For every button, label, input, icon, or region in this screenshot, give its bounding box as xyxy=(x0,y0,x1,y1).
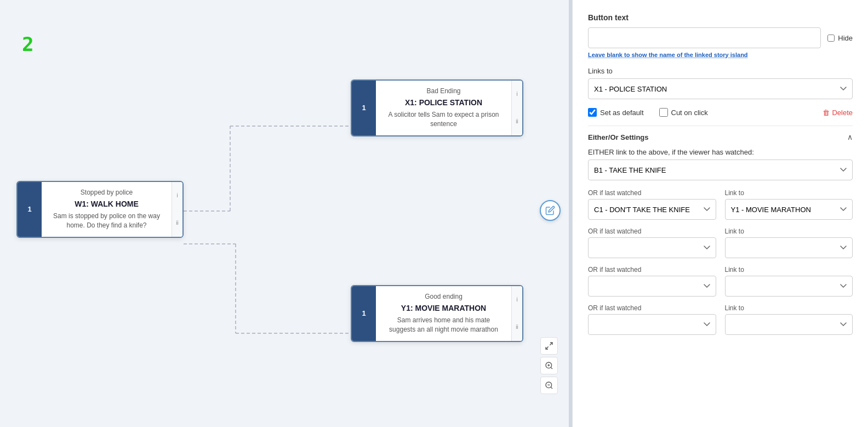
cut-on-click-label: Cut on click xyxy=(671,109,708,117)
target-bottom-title: Y1: MOVIE MARATHON xyxy=(385,304,502,312)
or-row-2-if-select[interactable]: B1 - TAKE THE KNIFEC1 - DON'T TAKE THE K… xyxy=(588,276,716,297)
zoom-controls xyxy=(540,337,558,394)
zoom-out-button[interactable] xyxy=(540,377,558,394)
target-node-bottom[interactable]: 1 Good ending Y1: MOVIE MARATHON Sam arr… xyxy=(351,285,523,342)
source-connector-bottom[interactable]: ii xyxy=(176,220,178,226)
target-top-title: X1: POLICE STATION xyxy=(385,98,502,107)
target-top-connector-bottom[interactable]: ii xyxy=(516,118,518,124)
or-row-3-if-label: OR if last watched xyxy=(588,304,716,312)
or-row-0-link-label: Link to xyxy=(725,189,853,197)
or-row-0-col1: OR if last watchedB1 - TAKE THE KNIFEC1 … xyxy=(588,189,716,220)
section-divider xyxy=(588,126,853,126)
or-row-0-if-select[interactable]: B1 - TAKE THE KNIFEC1 - DON'T TAKE THE K… xyxy=(588,199,716,220)
or-row-2-link-select[interactable]: X1 - POLICE STATIONY1 - MOVIE MARATHONB1… xyxy=(725,276,853,297)
svg-line-8 xyxy=(550,343,552,345)
source-node-label: Stopped by police xyxy=(50,189,163,196)
target-top-desc: A solicitor tells Sam to expect a prison… xyxy=(385,110,502,129)
button-text-label: Button text xyxy=(588,13,853,22)
hide-checkbox-label: Hide xyxy=(827,34,853,42)
or-row-0: OR if last watchedB1 - TAKE THE KNIFEC1 … xyxy=(588,189,853,220)
target-bottom-connectors: i ii xyxy=(511,286,522,341)
target-bottom-desc: Sam arrives home and his mate suggests a… xyxy=(385,316,502,334)
set-as-default-checkbox[interactable] xyxy=(588,108,597,117)
or-row-3-link-select[interactable]: X1 - POLICE STATIONY1 - MOVIE MARATHONB1… xyxy=(725,314,853,335)
either-or-condition-label: EITHER link to the above, if the viewer … xyxy=(588,148,853,156)
or-row-3-col2: Link toX1 - POLICE STATIONY1 - MOVIE MAR… xyxy=(725,304,853,335)
either-or-title: Either/Or Settings xyxy=(588,133,649,141)
target-node-top[interactable]: 1 Bad Ending X1: POLICE STATION A solici… xyxy=(351,79,523,136)
links-to-label: Links to xyxy=(588,67,853,75)
svg-line-9 xyxy=(546,346,549,349)
hint-text: Leave blank to show the name of the link… xyxy=(588,52,853,58)
zoom-fit-button[interactable] xyxy=(540,337,558,355)
panel-divider xyxy=(569,0,572,427)
button-text-input[interactable] xyxy=(588,27,821,48)
or-row-1-link-select[interactable]: X1 - POLICE STATIONY1 - MOVIE MARATHONB1… xyxy=(725,237,853,258)
or-row-3-link-label: Link to xyxy=(725,304,853,312)
source-connector-top[interactable]: i xyxy=(176,192,178,198)
edit-icon-floating[interactable] xyxy=(540,200,561,221)
target-top-label: Bad Ending xyxy=(385,87,502,95)
or-row-3-if-select[interactable]: B1 - TAKE THE KNIFEC1 - DON'T TAKE THE K… xyxy=(588,314,716,335)
target-top-badge: 1 xyxy=(352,81,376,135)
source-node-title: W1: WALK HOME xyxy=(50,200,163,208)
target-bottom-connector-top[interactable]: i xyxy=(516,297,517,303)
svg-line-11 xyxy=(551,367,552,369)
source-node-desc: Sam is stopped by police on the way home… xyxy=(50,212,163,230)
or-row-1-col2: Link toX1 - POLICE STATIONY1 - MOVIE MAR… xyxy=(725,227,853,258)
or-row-3-col1: OR if last watchedB1 - TAKE THE KNIFEC1 … xyxy=(588,304,716,335)
canvas-area: 2 1 Stopped by police W1: WALK HOME Sam … xyxy=(0,0,569,427)
zoom-in-button[interactable] xyxy=(540,357,558,374)
or-row-0-if-label: OR if last watched xyxy=(588,189,716,197)
or-row-2-if-label: OR if last watched xyxy=(588,266,716,274)
either-or-select[interactable]: B1 - TAKE THE KNIFEC1 - DON'T TAKE THE K… xyxy=(588,160,853,180)
set-as-default-label: Set as default xyxy=(600,109,644,117)
or-row-0-col2: Link toX1 - POLICE STATIONY1 - MOVIE MAR… xyxy=(725,189,853,220)
or-row-1-if-select[interactable]: B1 - TAKE THE KNIFEC1 - DON'T TAKE THE K… xyxy=(588,237,716,258)
cut-on-click-item: Cut on click xyxy=(659,108,708,117)
hide-checkbox[interactable] xyxy=(827,35,835,42)
button-text-row: Hide xyxy=(588,27,853,48)
target-bottom-content: Good ending Y1: MOVIE MARATHON Sam arriv… xyxy=(376,286,511,341)
step-number: 2 xyxy=(22,33,34,55)
svg-line-15 xyxy=(551,387,552,389)
or-row-1-if-label: OR if last watched xyxy=(588,227,716,235)
links-to-select[interactable]: X1 - POLICE STATIONY1 - MOVIE MARATHONB1… xyxy=(588,78,853,99)
cut-on-click-checkbox[interactable] xyxy=(659,108,668,117)
set-as-default-item: Set as default xyxy=(588,108,644,117)
target-bottom-connector-bottom[interactable]: ii xyxy=(516,324,518,330)
options-row: Set as default Cut on click 🗑 Delete xyxy=(588,108,853,117)
or-row-3: OR if last watchedB1 - TAKE THE KNIFEC1 … xyxy=(588,304,853,335)
target-bottom-label: Good ending xyxy=(385,293,502,300)
target-top-content: Bad Ending X1: POLICE STATION A solicito… xyxy=(376,81,511,135)
source-node-content: Stopped by police W1: WALK HOME Sam is s… xyxy=(42,182,172,237)
or-row-1: OR if last watchedB1 - TAKE THE KNIFEC1 … xyxy=(588,227,853,258)
or-row-1-link-label: Link to xyxy=(725,227,853,235)
source-node-connectors: i ii xyxy=(172,182,182,237)
or-row-2-link-label: Link to xyxy=(725,266,853,274)
target-top-connectors: i ii xyxy=(511,81,522,135)
source-node-badge: 1 xyxy=(18,182,42,237)
or-row-2-col2: Link toX1 - POLICE STATIONY1 - MOVIE MAR… xyxy=(725,266,853,297)
or-row-1-col1: OR if last watchedB1 - TAKE THE KNIFEC1 … xyxy=(588,227,716,258)
chevron-up-icon[interactable]: ∧ xyxy=(847,133,853,141)
source-node[interactable]: 1 Stopped by police W1: WALK HOME Sam is… xyxy=(16,181,184,238)
or-row-0-link-select[interactable]: X1 - POLICE STATIONY1 - MOVIE MARATHONB1… xyxy=(725,199,853,220)
target-top-connector-top[interactable]: i xyxy=(516,91,517,97)
right-panel: Button text Hide Leave blank to show the… xyxy=(572,0,868,427)
delete-link[interactable]: 🗑 Delete xyxy=(823,109,853,117)
delete-label: Delete xyxy=(832,109,853,117)
either-or-header: Either/Or Settings ∧ xyxy=(588,133,853,141)
or-row-2: OR if last watchedB1 - TAKE THE KNIFEC1 … xyxy=(588,266,853,297)
delete-trash-icon: 🗑 xyxy=(823,109,830,117)
or-rows-container: OR if last watchedB1 - TAKE THE KNIFEC1 … xyxy=(588,189,853,335)
or-row-2-col1: OR if last watchedB1 - TAKE THE KNIFEC1 … xyxy=(588,266,716,297)
target-bottom-badge: 1 xyxy=(352,286,376,341)
